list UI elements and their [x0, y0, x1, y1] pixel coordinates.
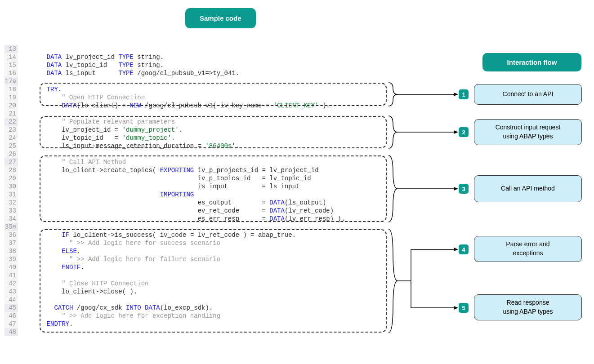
- group-parse-response: [40, 229, 387, 333]
- line-number: 13: [4, 45, 18, 53]
- interaction-flow-button: Interaction flow: [482, 53, 581, 71]
- code-line: 14 DATA lv_project_id TYPE string.: [4, 53, 345, 61]
- line-number: 32: [4, 199, 18, 207]
- line-number: 47: [4, 320, 18, 328]
- code-line: 15 DATA lv_topic_id TYPE string.: [4, 61, 345, 69]
- line-number: 14: [4, 53, 18, 61]
- line-number: 46: [4, 312, 18, 320]
- line-number: 19: [4, 93, 18, 102]
- line-number: 43: [4, 288, 18, 296]
- line-number: 42: [4, 280, 18, 288]
- step-4-box: Parse error andexceptions: [474, 236, 582, 262]
- step-number-4: 4: [459, 244, 469, 254]
- line-number: 41: [4, 271, 18, 280]
- sample-code-button: Sample code: [185, 8, 256, 28]
- line-number: 23: [4, 126, 18, 134]
- line-number: 28: [4, 166, 18, 174]
- line-number: 17⊖: [4, 77, 18, 85]
- line-number: 34: [4, 215, 18, 223]
- line-number: 45: [4, 304, 18, 312]
- line-number: 15: [4, 61, 18, 69]
- line-number: 26: [4, 150, 18, 158]
- line-number: 31: [4, 191, 18, 199]
- svg-marker-1: [454, 93, 458, 96]
- svg-marker-7: [454, 306, 458, 310]
- step-number-5: 5: [459, 303, 469, 313]
- arrow-4-5-split: [397, 245, 460, 317]
- code-line: 16 DATA ls_input TYPE /goog/cl_pubsub_v1…: [4, 69, 345, 77]
- group-connect-api: [40, 83, 387, 106]
- line-number: 25: [4, 142, 18, 150]
- line-number: 24: [4, 134, 18, 142]
- svg-marker-6: [454, 248, 458, 251]
- arrow-1: [397, 92, 460, 97]
- line-number: 40: [4, 263, 18, 271]
- arrow-2: [397, 130, 460, 134]
- line-number: 35⊖: [4, 223, 18, 231]
- step-number-2: 2: [459, 127, 469, 137]
- line-number: 38: [4, 247, 18, 255]
- line-number: 39: [4, 255, 18, 263]
- line-number: 29: [4, 174, 18, 182]
- step-5-box: Read responseusing ABAP types: [474, 294, 582, 320]
- code-line: 13: [4, 45, 345, 53]
- step-3-box: Call an API method: [474, 175, 582, 202]
- line-number: 16: [4, 69, 18, 77]
- line-number: 18: [4, 85, 18, 93]
- line-number: 22: [4, 118, 18, 126]
- line-number: 36: [4, 231, 18, 239]
- line-number: 20: [4, 102, 18, 110]
- group-call-api: [40, 155, 387, 222]
- arrow-3: [397, 186, 460, 191]
- line-number: 30: [4, 182, 18, 191]
- svg-marker-3: [454, 130, 458, 134]
- line-number: 21: [4, 110, 18, 118]
- step-number-1: 1: [459, 89, 469, 99]
- step-2-box: Construct input requestusing ABAP types: [474, 119, 582, 145]
- svg-marker-5: [454, 187, 458, 191]
- step-1-box: Connect to an API: [474, 84, 582, 105]
- line-number: 33: [4, 207, 18, 215]
- line-number: 44: [4, 296, 18, 304]
- line-number: 37: [4, 239, 18, 247]
- group-construct-input: [40, 116, 387, 148]
- line-number: 48: [4, 328, 18, 336]
- line-number: 27: [4, 158, 18, 166]
- step-number-3: 3: [459, 184, 469, 194]
